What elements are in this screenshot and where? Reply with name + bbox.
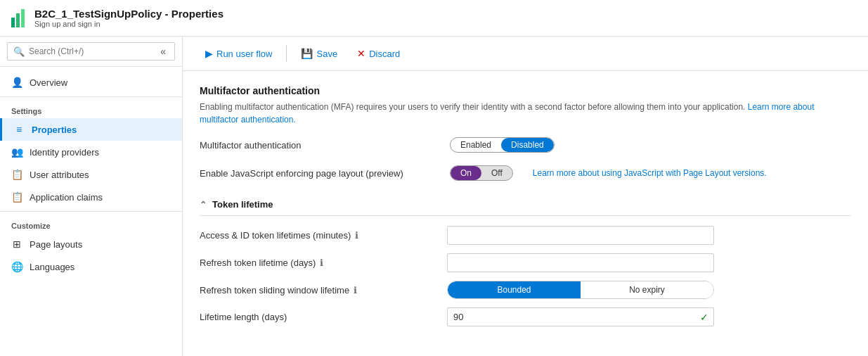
access-token-row: Access & ID token lifetimes (minutes) ℹ … [200, 226, 851, 245]
save-icon: 💾 [301, 48, 313, 59]
mfa-enabled-button[interactable]: Enabled [451, 138, 501, 152]
sliding-window-label: Refresh token sliding window lifetime ℹ [200, 285, 439, 295]
sidebar-item-label: Application claims [30, 192, 103, 203]
application-claims-icon: 📋 [11, 191, 22, 203]
mfa-toggle-row: Multifactor authentication Enabled Disab… [200, 137, 851, 153]
mfa-section: Multifactor authentication Enabling mult… [200, 85, 851, 181]
toolbar-separator-1 [286, 45, 287, 62]
mfa-field-label: Multifactor authentication [200, 140, 439, 151]
main-content: ▶ Run user flow 💾 Save ✕ Discard Multifa… [183, 37, 868, 356]
js-toggle-group[interactable]: On Off [450, 165, 513, 181]
overview-icon: 👤 [11, 77, 22, 88]
js-learn-more-link[interactable]: Learn more about using JavaScript with P… [533, 168, 767, 178]
mfa-section-title: Multifactor authentication [200, 85, 851, 96]
mfa-description-text: Enabling multifactor authentication (MFA… [200, 102, 745, 112]
logo-icon [11, 9, 25, 27]
sidebar-divider-2 [0, 211, 182, 212]
languages-icon: 🌐 [11, 261, 22, 272]
search-input[interactable] [29, 46, 153, 56]
lifetime-length-row: Lifetime length (days) 90 60 120 ✓ [200, 307, 851, 326]
properties-icon: ≡ [13, 124, 25, 135]
user-attributes-icon: 📋 [11, 169, 22, 180]
sliding-window-row: Refresh token sliding window lifetime ℹ … [200, 281, 851, 299]
properties-content: Multifactor authentication Enabling mult… [183, 71, 868, 356]
token-lifetime-section: ⌃ Token lifetime Access & ID token lifet… [200, 193, 851, 326]
sidebar-item-overview[interactable]: 👤 Overview [0, 71, 182, 94]
save-button[interactable]: 💾 Save [292, 44, 346, 63]
search-box[interactable]: 🔍 « [7, 42, 175, 61]
no-expiry-button[interactable]: No expiry [581, 281, 713, 298]
logo-area: B2C_1_TestSignUpPolicy - Properties Sign… [11, 8, 224, 28]
settings-section-label: Settings [0, 100, 182, 118]
token-section-header[interactable]: ⌃ Token lifetime [200, 193, 851, 216]
logo-bar-3 [21, 9, 25, 27]
sidebar-item-label: Identity providers [30, 147, 99, 158]
access-token-label: Access & ID token lifetimes (minutes) ℹ [200, 230, 439, 241]
access-token-info-icon[interactable]: ℹ [355, 230, 358, 241]
sidebar-item-user-attributes[interactable]: 📋 User attributes [0, 163, 182, 186]
sidebar-divider-1 [0, 96, 182, 97]
refresh-token-input[interactable]: 14 [447, 253, 714, 272]
sidebar-search-area: 🔍 « [0, 37, 182, 67]
js-off-button[interactable]: Off [481, 166, 512, 180]
sidebar-nav: 👤 Overview Settings ≡ Properties 👥 Ident… [0, 67, 182, 282]
sidebar-item-languages[interactable]: 🌐 Languages [0, 255, 182, 278]
sidebar-collapse-button[interactable]: « [157, 46, 169, 57]
lifetime-length-label: Lifetime length (days) [200, 312, 439, 322]
search-icon: 🔍 [13, 46, 25, 57]
js-on-button[interactable]: On [451, 166, 481, 180]
app-header: B2C_1_TestSignUpPolicy - Properties Sign… [0, 0, 868, 37]
collapse-chevron-icon: ⌃ [200, 200, 207, 210]
sidebar-item-label: Properties [32, 125, 77, 135]
page-layouts-icon: ⊞ [11, 239, 22, 250]
js-field-label: Enable JavaScript enforcing page layout … [200, 168, 439, 179]
sidebar-item-application-claims[interactable]: 📋 Application claims [0, 186, 182, 208]
discard-button[interactable]: ✕ Discard [349, 44, 408, 63]
page-title: B2C_1_TestSignUpPolicy - Properties [34, 8, 224, 20]
discard-label: Discard [369, 49, 400, 59]
refresh-token-info-icon[interactable]: ℹ [320, 258, 323, 268]
page-subtitle: Sign up and sign in [34, 20, 224, 28]
refresh-token-label: Refresh token lifetime (days) ℹ [200, 258, 439, 268]
sidebar-item-page-layouts[interactable]: ⊞ Page layouts [0, 233, 182, 255]
play-icon: ▶ [205, 48, 213, 59]
sidebar: 🔍 « 👤 Overview Settings ≡ Properties 👥 [0, 37, 183, 356]
sidebar-item-identity-providers[interactable]: 👥 Identity providers [0, 141, 182, 163]
access-token-input[interactable]: 60 [447, 226, 714, 245]
logo-bar-2 [16, 13, 20, 27]
mfa-disabled-button[interactable]: Disabled [501, 138, 554, 152]
sliding-window-info-icon[interactable]: ℹ [354, 285, 357, 295]
sidebar-item-label: User attributes [30, 170, 89, 180]
lifetime-length-select[interactable]: 90 60 120 [447, 307, 714, 326]
lifetime-select-wrapper: 90 60 120 ✓ [447, 307, 714, 326]
token-section-title: Token lifetime [212, 199, 273, 210]
sidebar-item-properties[interactable]: ≡ Properties [0, 118, 182, 141]
sidebar-item-label: Languages [30, 262, 75, 272]
logo-bar-1 [11, 18, 15, 27]
customize-section-label: Customize [0, 215, 182, 233]
run-user-flow-button[interactable]: ▶ Run user flow [197, 44, 280, 63]
refresh-token-row: Refresh token lifetime (days) ℹ 14 [200, 253, 851, 272]
mfa-toggle-group[interactable]: Enabled Disabled [450, 137, 555, 153]
run-user-flow-label: Run user flow [216, 49, 272, 59]
sidebar-item-label: Page layouts [30, 239, 82, 250]
save-label: Save [316, 49, 337, 59]
discard-icon: ✕ [357, 48, 365, 59]
toolbar: ▶ Run user flow 💾 Save ✕ Discard [183, 37, 868, 71]
sidebar-item-label: Overview [30, 77, 67, 88]
mfa-section-desc: Enabling multifactor authentication (MFA… [200, 101, 851, 126]
js-toggle-row: Enable JavaScript enforcing page layout … [200, 165, 851, 181]
identity-providers-icon: 👥 [11, 146, 22, 158]
header-title-block: B2C_1_TestSignUpPolicy - Properties Sign… [34, 8, 224, 28]
bounded-button[interactable]: Bounded [448, 281, 581, 298]
bounded-toggle-group[interactable]: Bounded No expiry [447, 281, 714, 299]
